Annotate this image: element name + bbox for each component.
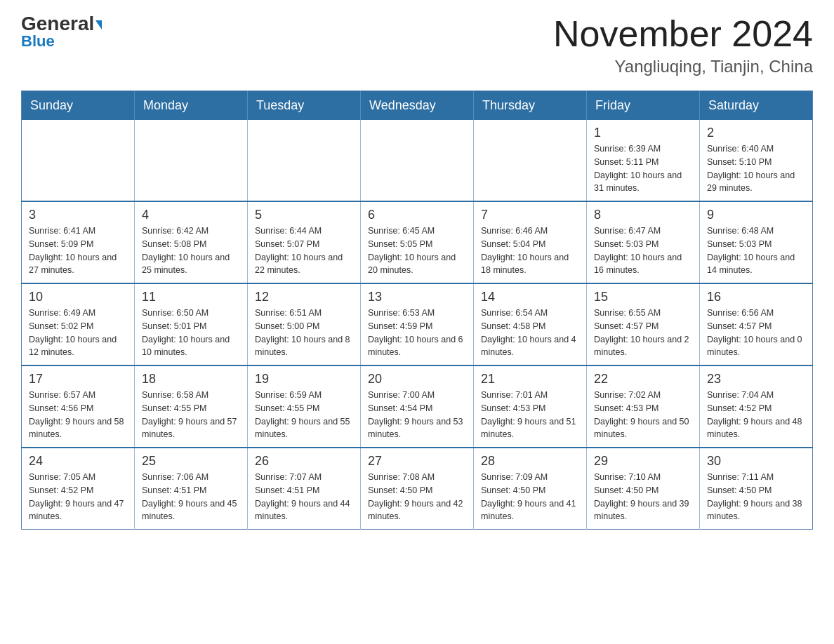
week-row-1: 3Sunrise: 6:41 AM Sunset: 5:09 PM Daylig… (22, 201, 813, 283)
day-info: Sunrise: 7:11 AM Sunset: 4:50 PM Dayligh… (707, 471, 805, 523)
day-info: Sunrise: 7:04 AM Sunset: 4:52 PM Dayligh… (707, 389, 805, 441)
day-info: Sunrise: 6:40 AM Sunset: 5:10 PM Dayligh… (707, 142, 805, 195)
calendar-header-row: SundayMondayTuesdayWednesdayThursdayFrid… (22, 91, 813, 121)
day-info: Sunrise: 6:53 AM Sunset: 4:59 PM Dayligh… (368, 307, 466, 359)
calendar-cell: 24Sunrise: 7:05 AM Sunset: 4:52 PM Dayli… (22, 448, 135, 530)
title-area: November 2024 Yangliuqing, Tianjin, Chin… (553, 14, 813, 76)
day-number: 30 (707, 454, 805, 469)
calendar-cell: 22Sunrise: 7:02 AM Sunset: 4:53 PM Dayli… (587, 365, 700, 448)
day-number: 4 (142, 208, 240, 222)
day-info: Sunrise: 6:50 AM Sunset: 5:01 PM Dayligh… (142, 307, 240, 359)
day-info: Sunrise: 6:56 AM Sunset: 4:57 PM Dayligh… (707, 307, 805, 359)
week-row-4: 24Sunrise: 7:05 AM Sunset: 4:52 PM Dayli… (22, 448, 813, 530)
day-number: 3 (29, 208, 127, 222)
day-number: 20 (368, 372, 466, 387)
day-info: Sunrise: 6:45 AM Sunset: 5:05 PM Dayligh… (368, 224, 466, 277)
calendar-cell: 17Sunrise: 6:57 AM Sunset: 4:56 PM Dayli… (22, 365, 135, 448)
day-info: Sunrise: 7:05 AM Sunset: 4:52 PM Dayligh… (29, 471, 127, 523)
calendar-cell: 11Sunrise: 6:50 AM Sunset: 5:01 PM Dayli… (135, 283, 248, 365)
day-number: 14 (481, 290, 579, 304)
header-wednesday: Wednesday (361, 91, 474, 121)
day-number: 13 (368, 290, 466, 304)
day-info: Sunrise: 6:42 AM Sunset: 5:08 PM Dayligh… (142, 224, 240, 277)
day-info: Sunrise: 7:01 AM Sunset: 4:53 PM Dayligh… (481, 389, 579, 441)
calendar-cell: 14Sunrise: 6:54 AM Sunset: 4:58 PM Dayli… (474, 283, 587, 365)
header-friday: Friday (587, 91, 700, 121)
calendar-cell: 27Sunrise: 7:08 AM Sunset: 4:50 PM Dayli… (361, 448, 474, 530)
day-info: Sunrise: 6:49 AM Sunset: 5:02 PM Dayligh… (29, 307, 127, 359)
day-info: Sunrise: 6:59 AM Sunset: 4:55 PM Dayligh… (255, 389, 353, 441)
calendar-cell: 20Sunrise: 7:00 AM Sunset: 4:54 PM Dayli… (361, 365, 474, 448)
calendar-cell (22, 120, 135, 201)
week-row-2: 10Sunrise: 6:49 AM Sunset: 5:02 PM Dayli… (22, 283, 813, 365)
calendar-cell: 16Sunrise: 6:56 AM Sunset: 4:57 PM Dayli… (700, 283, 813, 365)
logo-text: General (21, 14, 102, 34)
day-info: Sunrise: 6:41 AM Sunset: 5:09 PM Dayligh… (29, 224, 127, 277)
day-number: 21 (481, 372, 579, 387)
calendar-cell (474, 120, 587, 201)
day-info: Sunrise: 7:09 AM Sunset: 4:50 PM Dayligh… (481, 471, 579, 523)
calendar-cell: 15Sunrise: 6:55 AM Sunset: 4:57 PM Dayli… (587, 283, 700, 365)
day-number: 5 (255, 208, 353, 222)
day-number: 6 (368, 208, 466, 222)
day-number: 10 (29, 290, 127, 304)
calendar-cell: 8Sunrise: 6:47 AM Sunset: 5:03 PM Daylig… (587, 201, 700, 283)
day-info: Sunrise: 7:00 AM Sunset: 4:54 PM Dayligh… (368, 389, 466, 441)
header-sunday: Sunday (22, 91, 135, 121)
day-info: Sunrise: 7:02 AM Sunset: 4:53 PM Dayligh… (594, 389, 692, 441)
day-number: 11 (142, 290, 240, 304)
calendar-cell: 26Sunrise: 7:07 AM Sunset: 4:51 PM Dayli… (248, 448, 361, 530)
calendar-cell: 1Sunrise: 6:39 AM Sunset: 5:11 PM Daylig… (587, 120, 700, 201)
day-number: 12 (255, 290, 353, 304)
day-number: 26 (255, 454, 353, 469)
day-number: 7 (481, 208, 579, 222)
logo-blue: Blue (21, 32, 55, 51)
calendar-cell: 21Sunrise: 7:01 AM Sunset: 4:53 PM Dayli… (474, 365, 587, 448)
day-info: Sunrise: 6:55 AM Sunset: 4:57 PM Dayligh… (594, 307, 692, 359)
day-info: Sunrise: 6:58 AM Sunset: 4:55 PM Dayligh… (142, 389, 240, 441)
header-monday: Monday (135, 91, 248, 121)
calendar-cell: 6Sunrise: 6:45 AM Sunset: 5:05 PM Daylig… (361, 201, 474, 283)
calendar-cell: 10Sunrise: 6:49 AM Sunset: 5:02 PM Dayli… (22, 283, 135, 365)
day-number: 2 (707, 126, 805, 140)
day-info: Sunrise: 6:47 AM Sunset: 5:03 PM Dayligh… (594, 224, 692, 277)
calendar-cell: 23Sunrise: 7:04 AM Sunset: 4:52 PM Dayli… (700, 365, 813, 448)
calendar-cell (361, 120, 474, 201)
day-info: Sunrise: 7:07 AM Sunset: 4:51 PM Dayligh… (255, 471, 353, 523)
day-number: 17 (29, 372, 127, 387)
calendar-cell: 5Sunrise: 6:44 AM Sunset: 5:07 PM Daylig… (248, 201, 361, 283)
day-number: 15 (594, 290, 692, 304)
day-info: Sunrise: 6:51 AM Sunset: 5:00 PM Dayligh… (255, 307, 353, 359)
day-number: 25 (142, 454, 240, 469)
location-subtitle: Yangliuqing, Tianjin, China (553, 57, 813, 76)
calendar-cell: 13Sunrise: 6:53 AM Sunset: 4:59 PM Dayli… (361, 283, 474, 365)
calendar-cell: 3Sunrise: 6:41 AM Sunset: 5:09 PM Daylig… (22, 201, 135, 283)
header-thursday: Thursday (474, 91, 587, 121)
day-info: Sunrise: 7:10 AM Sunset: 4:50 PM Dayligh… (594, 471, 692, 523)
month-year-title: November 2024 (553, 14, 813, 54)
calendar-cell: 7Sunrise: 6:46 AM Sunset: 5:04 PM Daylig… (474, 201, 587, 283)
header-tuesday: Tuesday (248, 91, 361, 121)
day-info: Sunrise: 6:54 AM Sunset: 4:58 PM Dayligh… (481, 307, 579, 359)
calendar-cell: 25Sunrise: 7:06 AM Sunset: 4:51 PM Dayli… (135, 448, 248, 530)
day-number: 1 (594, 126, 692, 140)
calendar-cell: 30Sunrise: 7:11 AM Sunset: 4:50 PM Dayli… (700, 448, 813, 530)
header: General Blue November 2024 Yangliuqing, … (21, 14, 813, 76)
day-number: 28 (481, 454, 579, 469)
day-number: 24 (29, 454, 127, 469)
day-number: 19 (255, 372, 353, 387)
calendar-table: SundayMondayTuesdayWednesdayThursdayFrid… (21, 90, 813, 530)
calendar-cell: 4Sunrise: 6:42 AM Sunset: 5:08 PM Daylig… (135, 201, 248, 283)
week-row-0: 1Sunrise: 6:39 AM Sunset: 5:11 PM Daylig… (22, 120, 813, 201)
day-info: Sunrise: 6:57 AM Sunset: 4:56 PM Dayligh… (29, 389, 127, 441)
day-info: Sunrise: 6:46 AM Sunset: 5:04 PM Dayligh… (481, 224, 579, 277)
calendar-cell: 12Sunrise: 6:51 AM Sunset: 5:00 PM Dayli… (248, 283, 361, 365)
header-saturday: Saturday (700, 91, 813, 121)
day-info: Sunrise: 6:44 AM Sunset: 5:07 PM Dayligh… (255, 224, 353, 277)
calendar-cell: 29Sunrise: 7:10 AM Sunset: 4:50 PM Dayli… (587, 448, 700, 530)
day-number: 22 (594, 372, 692, 387)
day-number: 8 (594, 208, 692, 222)
day-number: 23 (707, 372, 805, 387)
calendar-cell (135, 120, 248, 201)
day-info: Sunrise: 6:48 AM Sunset: 5:03 PM Dayligh… (707, 224, 805, 277)
